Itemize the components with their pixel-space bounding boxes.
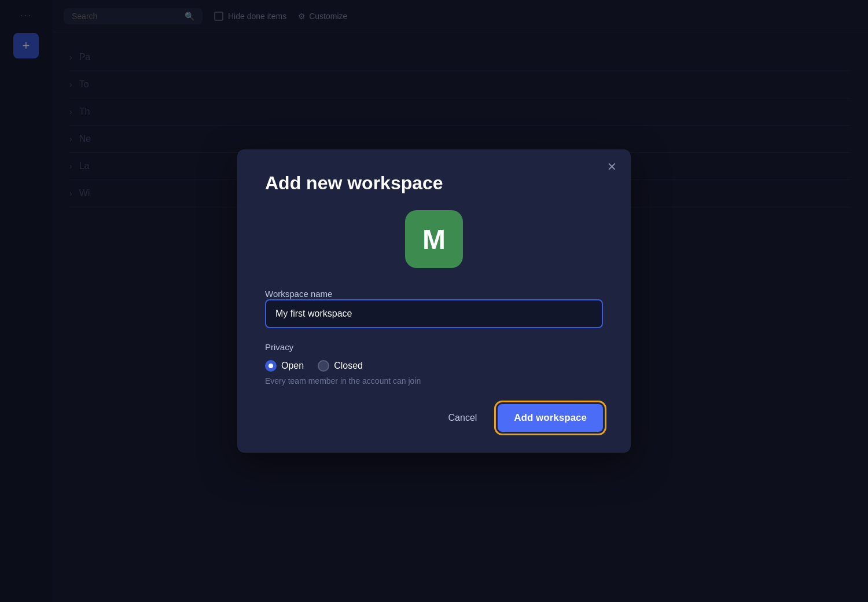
modal-dialog: ✕ Add new workspace M Workspace name Pri… (237, 149, 631, 453)
privacy-options: Open Closed (265, 360, 603, 372)
avatar-letter: M (422, 223, 446, 255)
modal-footer: Cancel Add workspace (265, 404, 603, 432)
add-workspace-button[interactable]: Add workspace (498, 404, 603, 432)
closed-radio-button[interactable] (318, 360, 329, 372)
cancel-button[interactable]: Cancel (439, 407, 487, 429)
privacy-closed-option[interactable]: Closed (318, 360, 363, 372)
workspace-name-label: Workspace name (265, 289, 332, 299)
workspace-name-input[interactable] (265, 299, 603, 328)
privacy-open-option[interactable]: Open (265, 360, 304, 372)
modal-title: Add new workspace (265, 172, 603, 194)
privacy-hint: Every team member in the account can joi… (265, 376, 603, 386)
privacy-label: Privacy (265, 342, 603, 352)
modal-overlay: ✕ Add new workspace M Workspace name Pri… (0, 0, 868, 602)
closed-radio-label: Closed (334, 361, 363, 371)
open-radio-label: Open (281, 361, 304, 371)
workspace-avatar[interactable]: M (405, 210, 463, 268)
open-radio-button[interactable] (265, 360, 277, 372)
modal-close-button[interactable]: ✕ (605, 159, 619, 175)
